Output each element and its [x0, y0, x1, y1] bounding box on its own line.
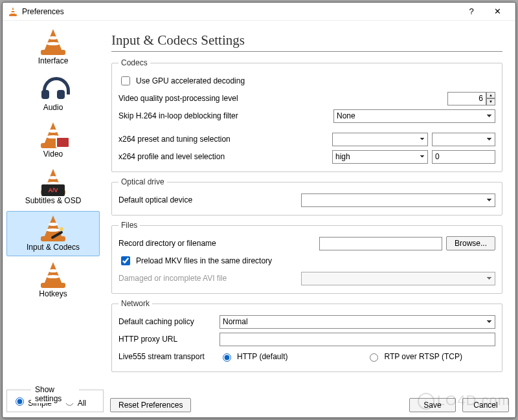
divider	[111, 51, 502, 52]
cone-icon	[38, 28, 69, 55]
skip-h264-label: Skip H.264 in-loop deblocking filter	[118, 111, 238, 120]
gpu-checkbox-label[interactable]: Use GPU accelerated decoding	[118, 74, 245, 87]
record-dir-label: Record directory or filename	[118, 239, 216, 248]
cone-film-icon	[38, 121, 69, 148]
transport-http-label[interactable]: HTTP (default)	[220, 351, 287, 362]
network-group: Network Default caching policy Normal HT…	[111, 299, 502, 372]
vlc-icon	[8, 6, 18, 17]
files-group: Files Record directory or filename Brows…	[111, 221, 502, 294]
sidebar-item-input-codecs[interactable]: Input & Codecs	[6, 211, 100, 256]
optical-legend: Optical drive	[118, 177, 167, 186]
sidebar-item-label: Video	[43, 149, 63, 159]
reset-preferences-button[interactable]: Reset Preferences	[110, 398, 191, 412]
preload-mkv-checkbox[interactable]	[121, 256, 130, 265]
optical-group: Optical drive Default optical device	[111, 177, 502, 216]
live555-label: Live555 stream transport	[118, 352, 216, 361]
sidebar-item-video[interactable]: Video	[6, 118, 100, 163]
post-processing-input[interactable]	[447, 92, 486, 105]
footer: Show settings Simple All Reset Preferenc…	[3, 387, 515, 417]
preferences-window: Preferences ? ✕ Interface Audio Video	[2, 2, 516, 418]
x264-preset-label: x264 preset and tuning selection	[118, 135, 231, 144]
caching-policy-label: Default caching policy	[118, 317, 216, 326]
x264-profile-label: x264 profile and level selection	[118, 152, 225, 161]
svg-rect-2	[12, 10, 14, 11]
main-panel: Input & Codecs Settings Codecs Use GPU a…	[104, 21, 515, 387]
sidebar-item-hotkeys[interactable]: Hotkeys	[6, 258, 100, 303]
show-settings-legend: Show settings	[31, 385, 79, 403]
sidebar-item-label: Audio	[43, 103, 63, 112]
sidebar-item-label: Subtitles & OSD	[25, 196, 82, 205]
save-button[interactable]: Save	[409, 398, 456, 412]
gpu-checkbox[interactable]	[121, 76, 130, 85]
damaged-avi-label: Damaged or incomplete AVI file	[118, 274, 227, 283]
codecs-group: Codecs Use GPU accelerated decoding Vide…	[111, 58, 502, 172]
x264-level-input[interactable]	[432, 150, 495, 164]
help-button[interactable]: ?	[458, 6, 484, 16]
transport-rtp-label[interactable]: RTP over RTSP (TCP)	[366, 351, 462, 362]
record-dir-input[interactable]	[319, 237, 442, 250]
sidebar-item-label: Input & Codecs	[27, 243, 80, 252]
transport-rtp-radio[interactable]	[370, 353, 378, 362]
http-proxy-input[interactable]	[220, 333, 495, 346]
cone-puppet-icon	[38, 214, 69, 241]
preload-mkv-label[interactable]: Preload MKV files in the same directory	[118, 254, 272, 267]
damaged-avi-select	[301, 272, 495, 285]
post-processing-label: Video quality post-processing level	[118, 94, 238, 103]
sidebar-item-interface[interactable]: Interface	[6, 25, 100, 70]
transport-http-radio[interactable]	[223, 353, 231, 362]
codecs-legend: Codecs	[118, 58, 150, 67]
optical-device-select[interactable]	[301, 193, 495, 207]
network-legend: Network	[118, 299, 152, 308]
browse-button[interactable]: Browse...	[446, 236, 495, 250]
svg-rect-3	[11, 12, 15, 14]
sidebar-item-label: Hotkeys	[39, 289, 67, 298]
http-proxy-label: HTTP proxy URL	[118, 335, 216, 344]
x264-profile-select[interactable]: high	[332, 150, 428, 164]
optical-device-label: Default optical device	[118, 195, 192, 204]
cone-icon	[38, 261, 69, 288]
show-simple-radio[interactable]	[16, 397, 24, 406]
post-processing-stepper[interactable]: ▲▼	[447, 92, 495, 105]
sidebar: Interface Audio Video A/V Subtitles & OS…	[3, 21, 104, 387]
sidebar-item-audio[interactable]: Audio	[6, 71, 100, 116]
x264-tune-select[interactable]	[432, 133, 495, 146]
window-title: Preferences	[22, 7, 64, 16]
skip-h264-select[interactable]: None	[333, 109, 495, 123]
headphones-icon	[38, 74, 69, 102]
svg-rect-1	[9, 14, 17, 16]
cancel-button[interactable]: Cancel	[462, 398, 509, 412]
files-legend: Files	[118, 221, 140, 230]
x264-preset-select[interactable]	[332, 133, 428, 146]
cone-osd-icon: A/V	[38, 168, 69, 195]
titlebar: Preferences ? ✕	[3, 3, 515, 21]
caching-policy-select[interactable]: Normal	[220, 315, 495, 329]
spin-up[interactable]: ▲	[486, 92, 495, 99]
sidebar-item-label: Interface	[38, 56, 69, 65]
spin-down[interactable]: ▼	[486, 98, 495, 105]
page-title: Input & Codecs Settings	[111, 32, 502, 49]
show-settings-group: Show settings Simple All	[6, 390, 104, 412]
sidebar-item-subtitles[interactable]: A/V Subtitles & OSD	[6, 164, 100, 210]
close-button[interactable]: ✕	[484, 6, 510, 16]
